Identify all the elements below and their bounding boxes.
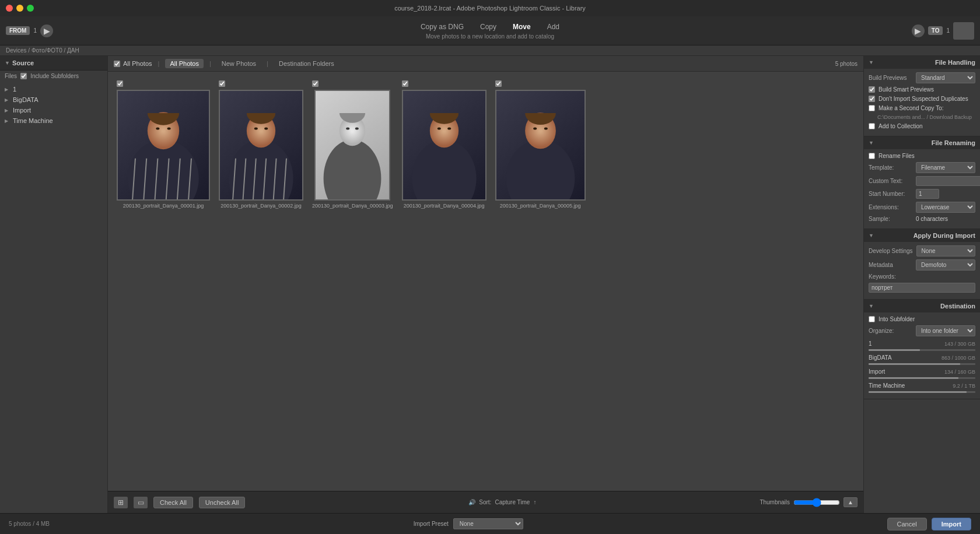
photo-checkbox-2[interactable] [219,80,225,87]
tree-item-bigdata[interactable]: ▶ BigDATA [0,94,107,105]
thumbnail-slider-area: Thumbnails ▲ [760,497,858,507]
sort-direction-icon[interactable]: ↑ [533,499,536,505]
import-button[interactable]: Import [932,518,971,531]
view-grid-button[interactable]: ⊞ [114,497,128,508]
source-toggle-icon[interactable]: ▼ [5,60,10,66]
source-files-row: Files Include Subfolders [0,71,107,82]
organize-label: Organize: [869,328,912,334]
photo-item-2[interactable]: 200130_portrait_Danya_00002.jpg [219,80,303,209]
maximize-button[interactable] [27,5,34,12]
to-arrow-button[interactable]: ▶ [912,24,925,37]
build-smart-previews-label: Build Smart Previews [878,86,934,93]
window-controls[interactable] [6,5,34,12]
import-preset-select[interactable]: None [453,518,523,529]
filter-tab-new-photos[interactable]: New Photos [217,59,261,68]
dest-folder-item-bigdata[interactable]: BigDATA 863 / 1000 GB [869,353,975,362]
destination-header[interactable]: ▼ Destination [864,300,980,312]
thumbnail-slider[interactable] [793,498,840,507]
photo-item-5[interactable]: 200130_portrait_Danya_00005.jpg [495,80,586,209]
dest-folder-item-import[interactable]: Import 134 / 160 GB [869,367,975,376]
breadcrumb-path: Devices / Фото/ФОТ0 / ДАН [6,47,79,54]
mode-move-button[interactable]: Move [510,22,533,32]
photo-checkbox-1[interactable] [117,80,123,87]
tree-label-import: Import [13,107,31,114]
filter-tab-all-photos[interactable]: All Photos [165,59,204,68]
make-second-copy-label: Make a Second Copy To: [878,105,944,111]
dest-folder-size-timemachine: 9.2 / 1 TB [953,383,975,389]
metadata-select[interactable]: Demofoto [916,259,975,270]
photo-checkbox-3[interactable] [312,80,318,87]
file-handling-content: Build Previews Minimal Embedded Standard… [864,69,980,136]
dont-import-checkbox[interactable] [869,96,875,102]
include-subfolders-checkbox[interactable] [20,73,27,79]
minimize-button[interactable] [16,5,23,12]
dest-folder-item-timemachine[interactable]: Time Machine 9.2 / 1 TB [869,381,975,390]
photo-frame-5 [495,90,586,201]
filter-title: All Photos [114,60,152,67]
photo-checkbox-4[interactable] [402,80,408,87]
filter-count: 5 photos [835,61,858,67]
second-copy-path: C:\Documents and... / Download Backup [877,114,972,120]
file-renaming-content: Rename Files Template: Filename Custom T… [864,149,980,229]
keywords-input[interactable] [869,283,975,293]
from-arrow-button[interactable]: ▶ [40,24,53,37]
dest-bar-fill-timemachine [869,391,967,393]
template-row: Template: Filename [869,162,975,173]
organize-select[interactable]: Into one folder By date [916,325,975,336]
template-label: Template: [869,164,912,171]
photo-canvas-3 [314,90,390,201]
apply-during-import-header[interactable]: ▼ Apply During Import [864,229,980,242]
sort-value[interactable]: Capture Time [495,499,530,505]
start-number-input[interactable] [916,189,939,199]
photo-filename-3: 200130_portrait_Danya_00003.jpg [312,203,393,209]
thumbnail-label: Thumbnails [760,499,790,505]
tree-item-timemachine[interactable]: ▶ Time Machine [0,115,107,126]
all-photos-checkbox[interactable] [114,61,120,67]
toolbar-to-section: ▶ TO 1 [858,22,974,40]
file-handling-header[interactable]: ▼ File Handling [864,56,980,69]
photo-item-3[interactable]: 200130_portrait_Danya_00003.jpg [312,80,393,209]
photo-filename-1: 200130_portrait_Danya_00001.jpg [123,203,204,209]
file-renaming-header[interactable]: ▼ File Renaming [864,136,980,149]
extensions-select[interactable]: Lowercase Uppercase [916,202,975,213]
photo-item-4[interactable]: 200130_portrait_Danya_00004.jpg [402,80,487,209]
thumbnail-expand-button[interactable]: ▲ [844,497,858,507]
dont-import-row: Don't Import Suspected Duplicates [869,96,975,102]
source-section-header: ▼ Source [0,56,107,71]
view-loupe-button[interactable]: ▭ [134,497,148,508]
source-files-label: Files [5,73,17,79]
into-subfolder-row: Into Subfolder [869,316,975,322]
dest-bar-fill-1 [869,349,920,351]
check-all-button[interactable]: Check All [153,497,193,508]
build-smart-previews-checkbox[interactable] [869,86,875,93]
file-handling-toggle: ▼ [869,59,874,65]
mode-copy-dng-button[interactable]: Copy as DNG [418,22,466,32]
develop-settings-select[interactable]: None [916,245,975,257]
template-select[interactable]: Filename [916,162,975,173]
dont-import-label: Don't Import Suspected Duplicates [878,96,968,102]
mode-add-button[interactable]: Add [545,22,562,32]
build-previews-select[interactable]: Minimal Embedded Standard 1:1 [916,72,975,83]
mode-copy-button[interactable]: Copy [478,22,499,32]
filter-tab-destination[interactable]: Destination Folders [274,59,339,68]
into-subfolder-checkbox[interactable] [869,316,875,322]
rename-files-checkbox[interactable] [869,153,875,159]
dest-folder-item-1[interactable]: 1 143 / 300 GB [869,339,975,348]
tree-arrow-1: ▶ [5,87,10,92]
photo-item-1[interactable]: 200130_portrait_Danya_00001.jpg [117,80,210,209]
tree-item-import[interactable]: ▶ Import [0,105,107,115]
add-to-collection-checkbox[interactable] [869,123,875,129]
custom-text-input[interactable] [916,176,980,186]
metadata-label: Metadata [869,262,912,268]
cancel-button[interactable]: Cancel [887,518,927,531]
photo-checkbox-5[interactable] [495,80,502,87]
source-tree: ▶ 1 ▶ BigDATA ▶ Import ▶ Time Machine [0,82,107,513]
make-second-copy-checkbox[interactable] [869,105,875,111]
tree-item-1[interactable]: ▶ 1 [0,84,107,94]
file-handling-title: File Handling [935,59,975,66]
close-button[interactable] [6,5,13,12]
photo-canvas-2 [219,90,303,201]
photo-checkbox-row-2 [219,80,303,88]
build-previews-row: Build Previews Minimal Embedded Standard… [869,72,975,83]
uncheck-all-button[interactable]: Uncheck All [199,497,245,508]
